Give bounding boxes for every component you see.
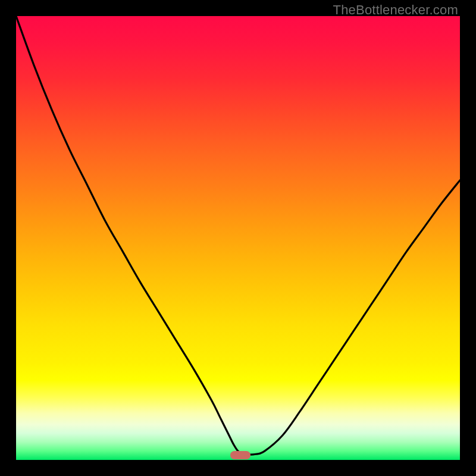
plot-area <box>16 16 460 460</box>
bottleneck-curve <box>16 16 460 460</box>
chart-frame: TheBottlenecker.com <box>0 0 476 476</box>
optimal-marker <box>230 451 250 459</box>
